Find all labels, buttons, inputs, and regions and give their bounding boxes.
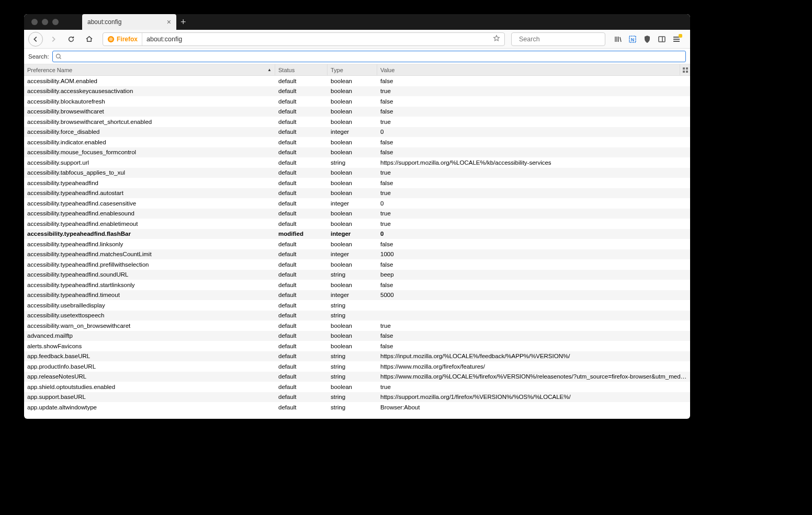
svg-point-1 (109, 37, 113, 41)
cell-type: integer (328, 231, 377, 237)
cell-pref: app.support.baseURL (24, 394, 275, 400)
table-row[interactable]: accessibility.tabfocus_applies_to_xuldef… (24, 168, 690, 178)
firefox-icon (107, 36, 115, 43)
search-input[interactable] (519, 36, 601, 43)
back-button[interactable] (28, 32, 43, 47)
table-row[interactable]: accessibility.usebrailledisplaydefaultst… (24, 300, 690, 311)
table-row[interactable]: app.update.altwindowtypedefaultstringBro… (24, 402, 690, 413)
table-row[interactable]: accessibility.usetexttospeechdefaultstri… (24, 311, 690, 321)
cell-status: default (275, 251, 328, 257)
cell-type: boolean (328, 190, 377, 196)
cell-value: true (377, 190, 690, 196)
cell-type: boolean (328, 333, 377, 339)
cell-status: default (275, 169, 328, 176)
table-row[interactable]: accessibility.typeaheadfind.enabletimeou… (24, 219, 690, 229)
table-row[interactable]: accessibility.force_disableddefaultinteg… (24, 127, 690, 138)
search-bar[interactable] (511, 32, 605, 46)
minimize-window-button[interactable] (42, 19, 48, 25)
table-row[interactable]: accessibility.browsewithcaretdefaultbool… (24, 107, 690, 117)
table-row[interactable]: accessibility.warn_on_browsewithcaretdef… (24, 321, 690, 331)
cell-status: default (275, 343, 328, 349)
header-preference-name[interactable]: Preference Name ▲ (24, 64, 275, 75)
cell-type: boolean (328, 282, 377, 288)
cell-status: default (275, 333, 328, 339)
library-icon[interactable] (614, 35, 622, 43)
menu-button[interactable] (672, 35, 681, 43)
table-row[interactable]: app.releaseNotesURLdefaultstringhttps://… (24, 372, 690, 382)
svg-rect-7 (683, 67, 685, 70)
sort-ascending-icon: ▲ (267, 67, 272, 72)
cell-pref: accessibility.typeaheadfind.matchesCount… (24, 251, 275, 257)
cell-value: true (377, 88, 690, 94)
forward-button[interactable] (46, 32, 61, 47)
cell-pref: accessibility.usebrailledisplay (24, 302, 275, 308)
table-row[interactable]: app.productInfo.baseURLdefaultstringhttp… (24, 361, 690, 372)
table-row[interactable]: alerts.showFaviconsdefaultbooleanfalse (24, 341, 690, 351)
close-tab-icon[interactable]: × (167, 18, 171, 26)
table-row[interactable]: app.feedback.baseURLdefaultstringhttps:/… (24, 351, 690, 362)
sidebar-icon[interactable] (658, 35, 666, 43)
cell-type: integer (328, 200, 377, 207)
url-text[interactable]: about:config (142, 36, 493, 43)
cell-status: default (275, 373, 328, 380)
identity-box[interactable]: Firefox (103, 33, 142, 45)
cell-pref: app.update.altwindowtype (24, 404, 275, 410)
cell-status: modified (275, 231, 328, 237)
cell-status: default (275, 78, 328, 84)
cell-value: https://www.mozilla.org/%LOCALE%/firefox… (377, 373, 690, 380)
cell-pref: alerts.showFavicons (24, 343, 275, 349)
url-bar[interactable]: Firefox about:config (103, 32, 505, 46)
table-row[interactable]: advanced.mailftpdefaultbooleanfalse (24, 331, 690, 341)
table-row[interactable]: accessibility.AOM.enableddefaultbooleanf… (24, 76, 690, 86)
cell-value: false (377, 333, 690, 339)
table-row[interactable]: accessibility.typeaheadfind.soundURLdefa… (24, 270, 690, 280)
table-row[interactable]: accessibility.blockautorefreshdefaultboo… (24, 96, 690, 107)
cell-status: default (275, 180, 328, 186)
table-row[interactable]: accessibility.typeaheadfind.flashBarmodi… (24, 229, 690, 239)
cell-value: false (377, 180, 690, 186)
table-row[interactable]: accessibility.typeaheadfind.autostartdef… (24, 188, 690, 199)
table-row[interactable]: accessibility.support.urldefaultstringht… (24, 157, 690, 168)
browser-tab[interactable]: about:config × (82, 14, 176, 30)
close-window-button[interactable] (31, 19, 38, 25)
cell-type: string (328, 373, 377, 380)
table-row[interactable]: accessibility.typeaheadfind.matchesCount… (24, 249, 690, 260)
table-row[interactable]: accessibility.typeaheadfind.timeoutdefau… (24, 290, 690, 301)
cell-pref: accessibility.blockautorefresh (24, 98, 275, 105)
table-row[interactable]: accessibility.browsewithcaret_shortcut.e… (24, 117, 690, 127)
column-picker-icon[interactable] (680, 64, 690, 75)
table-row[interactable]: accessibility.typeaheadfind.enablesoundd… (24, 209, 690, 219)
bookmark-star-icon[interactable] (493, 35, 504, 44)
table-row[interactable]: accessibility.mouse_focuses_formcontrold… (24, 147, 690, 158)
table-row[interactable]: accessibility.typeaheadfind.linksonlydef… (24, 239, 690, 249)
cell-type: boolean (328, 78, 377, 84)
shield-icon[interactable] (643, 35, 651, 43)
header-status[interactable]: Status (275, 64, 328, 75)
cell-value: false (377, 139, 690, 145)
cell-value: true (377, 323, 690, 329)
cell-status: default (275, 98, 328, 105)
config-search-input[interactable] (64, 53, 685, 60)
table-row[interactable]: app.shield.optoutstudies.enableddefaultb… (24, 382, 690, 392)
table-row[interactable]: app.support.baseURLdefaultstringhttps://… (24, 392, 690, 403)
cell-pref: accessibility.typeaheadfind.timeout (24, 292, 275, 298)
config-search-box[interactable] (52, 51, 686, 62)
preferences-table[interactable]: accessibility.AOM.enableddefaultbooleanf… (24, 76, 690, 419)
reload-button[interactable] (64, 32, 78, 47)
new-tab-button[interactable]: + (181, 17, 186, 28)
cell-type: string (328, 353, 377, 359)
table-row[interactable]: accessibility.typeaheadfind.prefillwiths… (24, 259, 690, 270)
cell-type: string (328, 394, 377, 400)
table-row[interactable]: accessibility.typeaheadfinddefaultboolea… (24, 178, 690, 188)
table-row[interactable]: accessibility.typeaheadfind.casesensitiv… (24, 198, 690, 209)
header-value[interactable]: Value (377, 64, 680, 75)
home-button[interactable] (82, 32, 96, 47)
extension-icon[interactable]: N (628, 35, 637, 43)
table-row[interactable]: accessibility.indicator.enableddefaultbo… (24, 137, 690, 147)
table-row[interactable]: accessibility.accesskeycausesactivationd… (24, 86, 690, 97)
header-type[interactable]: Type (328, 64, 377, 75)
cell-value: true (377, 384, 690, 390)
maximize-window-button[interactable] (52, 19, 59, 25)
table-row[interactable]: accessibility.typeaheadfind.startlinkson… (24, 280, 690, 290)
cell-status: default (275, 210, 328, 216)
